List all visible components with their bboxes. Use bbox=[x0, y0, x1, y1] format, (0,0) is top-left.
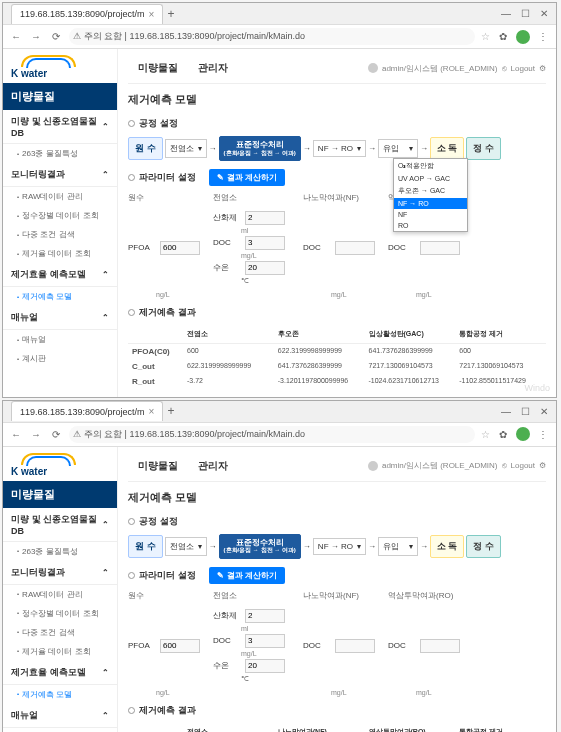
top-tab-admin[interactable]: 관리자 bbox=[188, 57, 238, 79]
param-doc-r-input[interactable] bbox=[420, 241, 460, 255]
calculate-button[interactable]: ✎ 결과 계산하기 bbox=[209, 169, 285, 186]
new-tab-button[interactable]: + bbox=[167, 7, 174, 21]
sidebar-section-model[interactable]: 제거효율 예측모델⌃ bbox=[3, 661, 117, 685]
table-cell: -1024.6231710612713 bbox=[365, 377, 456, 386]
reload-icon[interactable]: ⟳ bbox=[49, 429, 63, 440]
reload-icon[interactable]: ⟳ bbox=[49, 31, 63, 42]
close-window-icon[interactable]: ✕ bbox=[540, 406, 548, 417]
sidebar-item-raw[interactable]: •RAW데이터 관리 bbox=[3, 187, 117, 206]
sidebar-section-monitoring[interactable]: 모니터링결과⌃ bbox=[3, 561, 117, 585]
dropdown-option[interactable]: O₃적용안함 bbox=[394, 159, 467, 173]
maximize-icon[interactable]: ☐ bbox=[521, 406, 530, 417]
extensions-icon[interactable]: ✿ bbox=[496, 31, 510, 42]
dropdown-option[interactable]: UV AOP → GAC bbox=[394, 173, 467, 184]
maximize-icon[interactable]: ☐ bbox=[521, 8, 530, 19]
top-tab-micro[interactable]: 미량물질 bbox=[128, 455, 188, 477]
process-select-inlet[interactable]: 유입▾ bbox=[378, 537, 418, 556]
circle-marker-icon bbox=[128, 120, 135, 127]
forward-icon[interactable]: → bbox=[29, 31, 43, 42]
section-results: 제거예측 결과 bbox=[128, 306, 546, 319]
param-doc-r-input[interactable] bbox=[420, 639, 460, 653]
sidebar-item-board[interactable]: •계시판 bbox=[3, 349, 117, 368]
param-doc-n-input[interactable] bbox=[335, 241, 375, 255]
forward-icon[interactable]: → bbox=[29, 429, 43, 440]
sidebar-item-263[interactable]: •263종 물질특성 bbox=[3, 542, 117, 561]
process-raw: 원 수 bbox=[128, 535, 163, 558]
sidebar-item-manual[interactable]: •매뉴얼 bbox=[3, 330, 117, 349]
std-sub: (혼화/응집 → 침전 → 여과) bbox=[224, 150, 296, 157]
process-select-pre[interactable]: 전염소▾ bbox=[165, 537, 207, 556]
dropdown-option[interactable]: RO bbox=[394, 220, 467, 231]
dropdown-option-selected[interactable]: NF → RO bbox=[394, 198, 467, 209]
process-select-advanced[interactable]: NF → RO▾ bbox=[313, 140, 366, 157]
close-tab-icon[interactable]: × bbox=[149, 406, 155, 417]
calculate-button[interactable]: ✎ 결과 계산하기 bbox=[209, 567, 285, 584]
sidebar-item-plant[interactable]: •정수장별 데이터 조회 bbox=[3, 206, 117, 225]
advanced-dropdown: O₃적용안함 UV AOP → GAC 후오존 → GAC NF → RO NF… bbox=[393, 158, 468, 232]
sidebar-item-prediction[interactable]: •제거예측 모델 bbox=[3, 287, 117, 306]
sidebar-item-manual[interactable]: •매뉴얼 bbox=[3, 728, 117, 732]
process-select-pre[interactable]: 전염소▾ bbox=[165, 139, 207, 158]
bullet-icon: • bbox=[17, 151, 19, 157]
security-warning-icon: ⚠ bbox=[73, 31, 81, 41]
param-pfoa-input[interactable] bbox=[160, 241, 200, 255]
param-sanhwa-input[interactable] bbox=[245, 211, 285, 225]
top-tab-admin[interactable]: 관리자 bbox=[188, 455, 238, 477]
sidebar-section-db[interactable]: 미량 및 신종오염물질DB⌃ bbox=[3, 508, 117, 542]
dropdown-option[interactable]: 후오존 → GAC bbox=[394, 184, 467, 198]
browser-tab[interactable]: 119.68.185.139:8090/project/m × bbox=[11, 4, 163, 24]
sidebar-item-raw[interactable]: •RAW데이터 관리 bbox=[3, 585, 117, 604]
minimize-icon[interactable]: — bbox=[501, 406, 511, 417]
sidebar-item-prediction[interactable]: •제거예측 모델 bbox=[3, 685, 117, 704]
extensions-icon[interactable]: ✿ bbox=[496, 429, 510, 440]
url-input[interactable]: ⚠ 주의 요함 | 119.68.185.139:8090/project/ma… bbox=[69, 28, 475, 45]
browser-tab[interactable]: 119.68.185.139:8090/project/m × bbox=[11, 401, 163, 421]
logo[interactable]: K water bbox=[3, 49, 117, 83]
close-window-icon[interactable]: ✕ bbox=[540, 8, 548, 19]
logo[interactable]: K water bbox=[3, 447, 117, 481]
sidebar-item-removal[interactable]: •제거율 데이터 조회 bbox=[3, 244, 117, 263]
sidebar-section-db[interactable]: 미량 및 신종오염물질DB ⌃ bbox=[3, 110, 117, 144]
section-label: 파라미터 설정 bbox=[139, 171, 196, 184]
param-sanhwa-input[interactable] bbox=[245, 609, 285, 623]
new-tab-button[interactable]: + bbox=[167, 404, 174, 418]
url-input[interactable]: ⚠ 주의 요함 | 119.68.185.139:8090/project/ma… bbox=[69, 426, 475, 443]
sidebar-section-manual[interactable]: 매뉴얼⌃ bbox=[3, 704, 117, 728]
bookmark-icon[interactable]: ☆ bbox=[481, 31, 490, 42]
logout-link[interactable]: Logout bbox=[511, 64, 535, 73]
sidebar-section-monitoring[interactable]: 모니터링결과 ⌃ bbox=[3, 163, 117, 187]
param-pfoa-input[interactable] bbox=[160, 639, 200, 653]
sidebar-item-263[interactable]: • 263종 물질특성 bbox=[3, 144, 117, 163]
process-select-inlet[interactable]: 유입▾ bbox=[378, 139, 418, 158]
menu-icon[interactable]: ⋮ bbox=[536, 31, 550, 42]
close-tab-icon[interactable]: × bbox=[149, 9, 155, 20]
profile-avatar[interactable] bbox=[516, 427, 530, 441]
sidebar-item-plant[interactable]: •정수장별 데이터 조회 bbox=[3, 604, 117, 623]
sidebar-section-model[interactable]: 제거효율 예측모델 ⌃ bbox=[3, 263, 117, 287]
bookmark-icon[interactable]: ☆ bbox=[481, 429, 490, 440]
minimize-icon[interactable]: — bbox=[501, 8, 511, 19]
back-icon[interactable]: ← bbox=[9, 429, 23, 440]
param-doc-input[interactable] bbox=[245, 634, 285, 648]
calc-label: 결과 계산하기 bbox=[227, 172, 277, 183]
app-body: K water 미량물질 미량 및 신종오염물질DB⌃ •263종 물질특성 모… bbox=[3, 447, 556, 732]
top-tab-micro[interactable]: 미량물질 bbox=[128, 57, 188, 79]
param-sugeon-input[interactable] bbox=[245, 659, 285, 673]
param-doc-input[interactable] bbox=[245, 236, 285, 250]
sidebar-item-removal[interactable]: •제거율 데이터 조회 bbox=[3, 642, 117, 661]
sidebar-section-manual[interactable]: 매뉴얼 ⌃ bbox=[3, 306, 117, 330]
logout-link[interactable]: Logout bbox=[511, 461, 535, 470]
settings-icon[interactable]: ⚙ bbox=[539, 64, 546, 73]
process-purified: 정 수 bbox=[466, 137, 501, 160]
dropdown-option[interactable]: NF bbox=[394, 209, 467, 220]
process-select-advanced[interactable]: NF → RO▾ bbox=[313, 538, 366, 555]
profile-avatar[interactable] bbox=[516, 30, 530, 44]
param-sugeon-input[interactable] bbox=[245, 261, 285, 275]
sidebar-item-multi[interactable]: •다중 조건 검색 bbox=[3, 225, 117, 244]
menu-icon[interactable]: ⋮ bbox=[536, 429, 550, 440]
settings-icon[interactable]: ⚙ bbox=[539, 461, 546, 470]
param-doc-n-input[interactable] bbox=[335, 639, 375, 653]
sidebar-item-multi[interactable]: •다중 조건 검색 bbox=[3, 623, 117, 642]
results-table: 전염소 나노막여과(NF) 역삼투막여과(RO) 통합공정 제거 PFOA(C0… bbox=[128, 723, 546, 732]
back-icon[interactable]: ← bbox=[9, 31, 23, 42]
